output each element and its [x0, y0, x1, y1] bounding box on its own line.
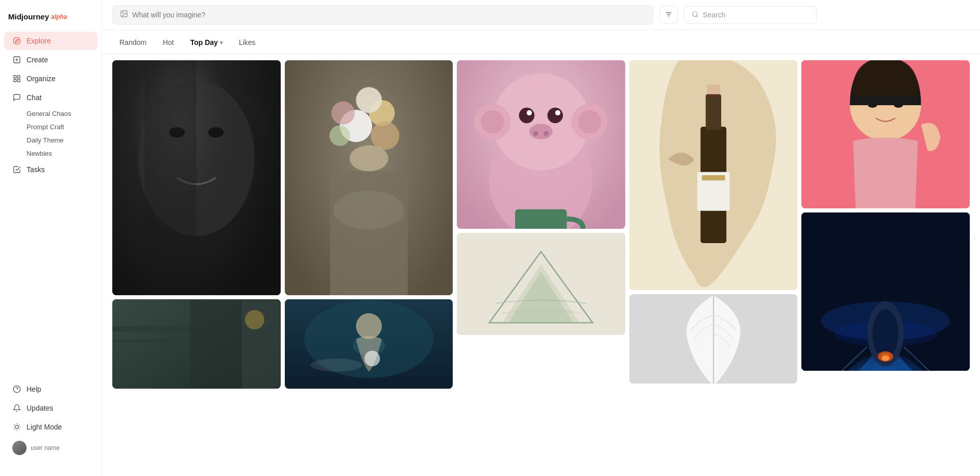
svg-point-61: [519, 108, 534, 123]
sidebar-bottom: Help Updates Light Mode user name: [0, 379, 102, 468]
help-label: Help: [27, 385, 41, 393]
svg-point-53: [364, 351, 380, 366]
create-label: Create: [27, 56, 48, 64]
chat-icon: [12, 93, 21, 102]
app-name: Midjourney: [8, 12, 49, 21]
svg-rect-75: [702, 175, 725, 180]
svg-point-37: [245, 310, 264, 329]
masonry-col-1: [112, 60, 281, 389]
tasks-label: Tasks: [27, 165, 45, 174]
sidebar-item-newbies[interactable]: Newbies: [22, 147, 102, 160]
svg-point-81: [894, 103, 903, 108]
bell-icon: [12, 403, 21, 413]
svg-marker-1: [15, 39, 18, 42]
sidebar-item-chat[interactable]: Chat: [4, 88, 97, 107]
svg-rect-73: [707, 85, 720, 98]
tab-hot[interactable]: Hot: [156, 35, 181, 50]
svg-point-62: [548, 108, 563, 123]
filter-button[interactable]: [659, 6, 678, 24]
svg-point-45: [329, 125, 350, 146]
svg-point-65: [529, 124, 553, 139]
svg-point-80: [868, 103, 877, 108]
filter-tabs: Random Hot Top Day ▾ Likes: [102, 30, 980, 54]
sidebar-item-general-chaos[interactable]: General Chaos: [22, 107, 102, 120]
svg-point-46: [356, 87, 382, 113]
nav-section: Explore Create Organize Chat General Cha…: [0, 31, 102, 379]
svg-point-60: [578, 110, 601, 134]
explore-label: Explore: [27, 37, 51, 45]
svg-line-19: [19, 424, 19, 425]
sidebar-item-daily-theme[interactable]: Daily Theme: [22, 134, 102, 147]
user-name: user name: [31, 444, 60, 451]
tab-top-day[interactable]: Top Day ▾: [183, 35, 230, 50]
search-icon: [692, 11, 699, 19]
help-icon: [12, 385, 21, 394]
svg-point-44: [371, 122, 399, 150]
svg-point-0: [13, 37, 20, 44]
image-card-boat-light[interactable]: [801, 212, 970, 371]
chat-sub-nav: General Chaos Prompt Craft Daily Theme N…: [0, 107, 102, 160]
masonry-grid: [112, 60, 970, 389]
svg-point-43: [331, 101, 355, 125]
tab-top-day-label: Top Day: [190, 38, 218, 46]
svg-rect-5: [14, 76, 16, 78]
svg-point-66: [533, 131, 538, 136]
sidebar-item-updates[interactable]: Updates: [4, 399, 97, 417]
organize-label: Organize: [27, 75, 56, 83]
search-label: Search: [703, 11, 725, 19]
gallery: [102, 54, 980, 476]
svg-point-64: [555, 110, 560, 115]
svg-point-30: [208, 127, 224, 137]
svg-point-86: [873, 309, 899, 358]
svg-rect-68: [515, 209, 567, 229]
sidebar: Midjourney alpha Explore Create Organize: [0, 0, 102, 476]
image-card-mountain[interactable]: [457, 233, 625, 335]
tab-likes[interactable]: Likes: [232, 35, 263, 50]
sidebar-item-explore[interactable]: Explore: [4, 32, 97, 50]
masonry-col-4: [629, 60, 798, 384]
logo: Midjourney alpha: [0, 8, 102, 31]
sidebar-item-light-mode[interactable]: Light Mode: [4, 418, 97, 436]
image-card-pink-monkey[interactable]: [457, 60, 625, 229]
svg-rect-39: [330, 171, 407, 295]
svg-rect-31: [144, 60, 196, 295]
sidebar-item-help[interactable]: Help: [4, 380, 97, 398]
svg-point-47: [349, 146, 388, 172]
prompt-input-wrapper[interactable]: [112, 5, 653, 25]
app-suffix: alpha: [51, 13, 67, 20]
masonry-col-2: [285, 60, 453, 389]
image-card-flower-man[interactable]: [285, 60, 453, 295]
image-card-water-woman[interactable]: [285, 299, 453, 389]
updates-label: Updates: [27, 404, 53, 412]
compass-icon: [12, 36, 21, 45]
svg-line-26: [697, 15, 698, 17]
svg-point-88: [882, 356, 890, 361]
image-card-illustration-girl[interactable]: [801, 60, 970, 208]
sidebar-item-create[interactable]: Create: [4, 51, 97, 69]
svg-point-25: [693, 11, 697, 16]
svg-point-11: [15, 425, 19, 429]
image-card-bw-face[interactable]: [112, 60, 281, 295]
search-box[interactable]: Search: [684, 6, 817, 24]
organize-icon: [12, 74, 21, 83]
tab-random[interactable]: Random: [112, 35, 154, 50]
sidebar-item-prompt-craft[interactable]: Prompt Craft: [22, 121, 102, 133]
svg-point-63: [527, 110, 532, 115]
svg-point-52: [356, 313, 382, 339]
svg-point-51: [310, 359, 362, 371]
image-card-architecture[interactable]: [112, 299, 281, 389]
sidebar-item-organize[interactable]: Organize: [4, 69, 97, 88]
sidebar-item-tasks[interactable]: Tasks: [4, 160, 97, 179]
user-profile[interactable]: user name: [4, 437, 97, 459]
prompt-input[interactable]: [132, 11, 646, 19]
create-icon: [12, 55, 21, 64]
svg-point-40: [333, 191, 404, 229]
svg-line-18: [14, 429, 15, 430]
masonry-col-5: [801, 60, 970, 371]
image-card-feather[interactable]: [629, 294, 798, 384]
topbar: Search: [102, 0, 980, 30]
light-mode-label: Light Mode: [27, 423, 62, 431]
avatar: [12, 441, 27, 455]
image-card-africa-wine[interactable]: [629, 60, 798, 290]
svg-rect-72: [705, 94, 721, 130]
